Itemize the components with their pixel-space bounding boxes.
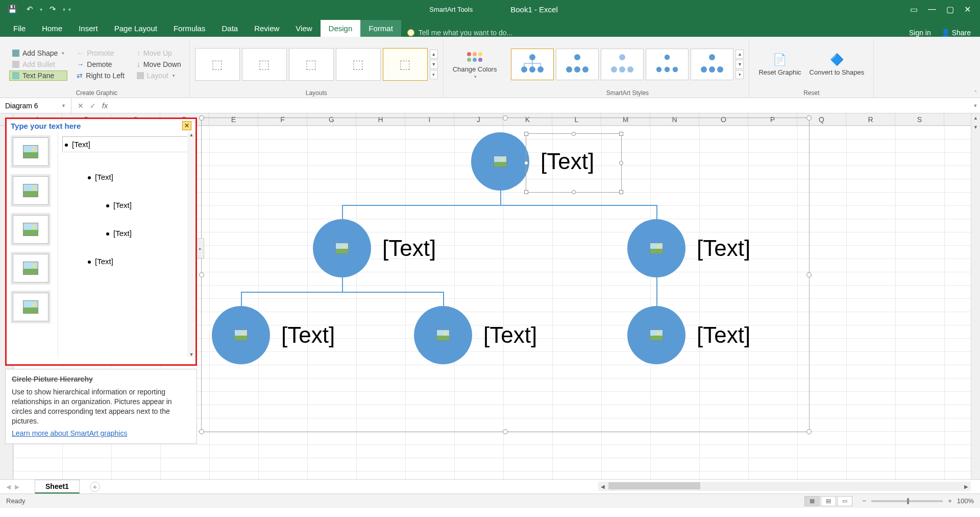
reset-graphic-button[interactable]: 📄Reset Graphic bbox=[754, 50, 805, 78]
ribbon-display-options-icon[interactable]: ▭ bbox=[910, 5, 918, 14]
learn-more-link[interactable]: Learn more about SmartArt graphics bbox=[12, 429, 127, 437]
style-option-4[interactable] bbox=[646, 49, 689, 80]
tab-view[interactable]: View bbox=[287, 20, 320, 37]
node-text[interactable]: [Text] bbox=[382, 236, 436, 261]
fx-icon[interactable]: fx bbox=[102, 102, 112, 110]
zoom-level[interactable]: 100% bbox=[957, 497, 974, 505]
picture-placeholder-thumb[interactable] bbox=[13, 176, 48, 205]
tab-data[interactable]: Data bbox=[213, 20, 246, 37]
view-normal-button[interactable]: ▦ bbox=[804, 496, 820, 506]
sheet-tab-sheet1[interactable]: Sheet1 bbox=[35, 480, 80, 494]
sheet-nav-next[interactable]: ▶ bbox=[15, 483, 19, 490]
layout-option-2[interactable]: ⬚ bbox=[242, 48, 287, 81]
convert-to-shapes-button[interactable]: 🔷Convert to Shapes bbox=[805, 50, 869, 78]
demote-button[interactable]: →Demote bbox=[74, 59, 128, 69]
cancel-formula-icon[interactable]: ✕ bbox=[78, 102, 84, 110]
node-text[interactable]: [Text] bbox=[697, 236, 750, 261]
vertical-scrollbar[interactable]: ▲▼ bbox=[971, 113, 980, 479]
tab-home[interactable]: Home bbox=[34, 20, 70, 37]
picture-placeholder-icon[interactable] bbox=[494, 156, 507, 167]
redo-button[interactable]: ↷ bbox=[45, 2, 60, 16]
view-page-break-button[interactable]: ▭ bbox=[837, 496, 852, 506]
text-pane-scrollbar[interactable]: ▲▼ bbox=[187, 132, 195, 357]
right-to-left-button[interactable]: ⇄Right to Left bbox=[74, 70, 128, 81]
sign-in-link[interactable]: Sign in bbox=[909, 29, 931, 37]
styles-more[interactable]: ▾ bbox=[736, 70, 744, 79]
name-box[interactable]: Diagram 6▼ bbox=[0, 98, 71, 113]
gallery-more[interactable]: ▾ bbox=[430, 70, 438, 79]
text-item[interactable]: [Text] bbox=[62, 136, 193, 152]
column-header[interactable]: R bbox=[846, 113, 895, 125]
change-colors-button[interactable]: Change Colors▾ bbox=[449, 46, 501, 81]
smartart-node[interactable]: [Text] bbox=[212, 306, 335, 364]
picture-placeholder-thumb[interactable] bbox=[13, 137, 48, 166]
style-option-3[interactable] bbox=[601, 49, 644, 80]
picture-placeholder-thumb[interactable] bbox=[13, 254, 48, 283]
text-pane-list[interactable]: [Text] [Text] [Text] [Text] [Text] ▲▼ bbox=[58, 132, 195, 357]
qat-customize-icon[interactable]: ▾ bbox=[68, 7, 71, 12]
layout-option-1[interactable]: ⬚ bbox=[195, 48, 240, 81]
picture-placeholder-thumb[interactable] bbox=[13, 215, 48, 244]
text-item[interactable]: [Text] bbox=[62, 255, 193, 268]
add-shape-button[interactable]: Add Shape▾ bbox=[9, 48, 67, 58]
move-down-button[interactable]: ↓Move Down bbox=[134, 59, 184, 69]
column-header[interactable]: S bbox=[895, 113, 944, 125]
sheet-tab-bar: ◀ ▶ Sheet1 + ◀▶ bbox=[0, 479, 980, 494]
style-option-2[interactable] bbox=[556, 49, 599, 80]
share-button[interactable]: 👤 Share bbox=[941, 29, 971, 37]
smartart-node[interactable]: [Text] bbox=[627, 219, 750, 277]
smartart-node[interactable]: [Text] bbox=[414, 306, 537, 364]
text-item[interactable]: [Text] bbox=[62, 199, 193, 212]
tab-file[interactable]: File bbox=[5, 20, 34, 37]
zoom-out-button[interactable]: − bbox=[863, 497, 867, 505]
picture-placeholder-icon[interactable] bbox=[335, 243, 349, 254]
view-page-layout-button[interactable]: ▤ bbox=[821, 496, 836, 506]
tab-insert[interactable]: Insert bbox=[70, 20, 106, 37]
gallery-scroll-up[interactable]: ▲ bbox=[430, 50, 438, 59]
smartart-node[interactable]: [Text] bbox=[313, 219, 436, 277]
tab-formulas[interactable]: Formulas bbox=[165, 20, 214, 37]
layout-option-5-selected[interactable]: ⬚ bbox=[383, 48, 428, 81]
text-item[interactable]: [Text] bbox=[62, 227, 193, 240]
node-text[interactable]: [Text] bbox=[281, 322, 335, 348]
text-pane-close-button[interactable]: ✕ bbox=[182, 121, 191, 130]
formula-bar-expand[interactable]: ▼ bbox=[971, 103, 980, 108]
minimize-button[interactable]: — bbox=[928, 5, 936, 14]
gallery-scroll-down[interactable]: ▼ bbox=[430, 60, 438, 69]
picture-placeholder-thumb[interactable] bbox=[13, 293, 48, 321]
text-item[interactable]: [Text] bbox=[62, 171, 193, 183]
smartart-graphic[interactable]: [Text] [Text] [Text] [Text] [Text] [Text… bbox=[201, 118, 810, 432]
undo-button[interactable]: ↶ bbox=[22, 2, 37, 16]
collapse-ribbon-icon[interactable]: ˄ bbox=[974, 90, 977, 96]
new-sheet-button[interactable]: + bbox=[90, 482, 100, 492]
maximize-button[interactable]: ▢ bbox=[946, 5, 954, 14]
tab-design[interactable]: Design bbox=[321, 20, 361, 37]
tab-page-layout[interactable]: Page Layout bbox=[106, 20, 165, 37]
layout-option-3[interactable]: ⬚ bbox=[289, 48, 334, 81]
zoom-in-button[interactable]: + bbox=[948, 497, 952, 505]
picture-placeholder-icon[interactable] bbox=[650, 330, 663, 341]
save-button[interactable]: 💾 bbox=[5, 2, 19, 16]
zoom-slider[interactable] bbox=[871, 500, 943, 502]
horizontal-scrollbar[interactable]: ◀▶ bbox=[598, 482, 971, 491]
node-text[interactable]: [Text] bbox=[483, 322, 537, 348]
picture-placeholder-icon[interactable] bbox=[234, 330, 248, 341]
style-option-5[interactable] bbox=[691, 49, 733, 80]
picture-placeholder-icon[interactable] bbox=[436, 330, 450, 341]
tab-review[interactable]: Review bbox=[246, 20, 287, 37]
node-text[interactable]: [Text] bbox=[697, 322, 750, 348]
styles-scroll-down[interactable]: ▼ bbox=[736, 60, 744, 69]
picture-placeholder-icon[interactable] bbox=[650, 243, 663, 254]
enter-formula-icon[interactable]: ✓ bbox=[90, 102, 96, 110]
layout-option-4[interactable]: ⬚ bbox=[336, 48, 381, 81]
close-button[interactable]: ✕ bbox=[964, 5, 971, 14]
sheet-nav-prev[interactable]: ◀ bbox=[6, 483, 11, 490]
text-pane-toggle-handle[interactable]: ▸ bbox=[197, 238, 204, 258]
svg-point-3 bbox=[537, 66, 544, 73]
smartart-node[interactable]: [Text] bbox=[627, 306, 750, 364]
tab-format[interactable]: Format bbox=[360, 20, 401, 37]
text-pane-button[interactable]: Text Pane bbox=[9, 70, 67, 81]
style-option-1-selected[interactable] bbox=[511, 49, 554, 80]
styles-scroll-up[interactable]: ▲ bbox=[736, 50, 744, 59]
tell-me-search[interactable]: Tell me what you want to do... bbox=[401, 29, 519, 37]
